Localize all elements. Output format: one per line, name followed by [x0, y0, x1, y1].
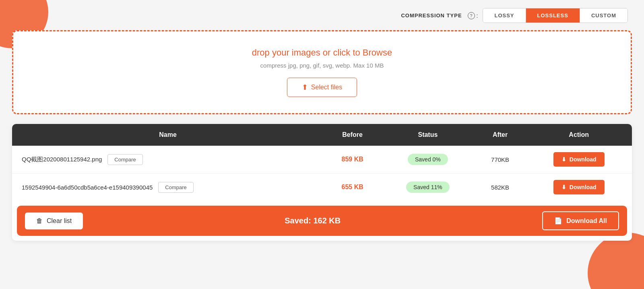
before-size-1: 859 KB — [324, 146, 381, 173]
col-before: Before — [324, 124, 381, 146]
download-all-label: Download All — [566, 217, 607, 225]
table-header-row: Name Before Status After Action — [12, 124, 632, 146]
select-files-label: Select files — [311, 84, 342, 91]
compression-row: COMPRESSION TYPE ? : LOSSY LOSSLESS CUST… — [12, 8, 632, 23]
upload-icon: ⬆ — [302, 83, 308, 92]
col-name: Name — [12, 124, 324, 146]
compression-colon: : — [477, 12, 478, 19]
compare-btn-1[interactable]: Compare — [107, 154, 142, 165]
file-name-2: 1592549904-6a6d50cdb5a6ce4-e159409390045 — [22, 184, 153, 191]
compression-btn-lossy[interactable]: LOSSY — [483, 8, 526, 23]
status-badge-1: Saved 0% — [408, 154, 448, 165]
download-icon-2: ⬇ — [561, 184, 566, 190]
deco-circle-bottom — [588, 233, 644, 289]
drop-zone-subtitle: compress jpg, png, gif, svg, webp. Max 1… — [21, 62, 623, 69]
col-action: Action — [526, 124, 632, 146]
file-name-cell-2: 1592549904-6a6d50cdb5a6ce4-e159409390045… — [12, 173, 324, 201]
compression-btn-lossless[interactable]: LOSSLESS — [526, 8, 580, 23]
file-name-cell-1: QQ截图20200801125942.png Compare — [12, 146, 324, 173]
download-btn-1[interactable]: ⬇ Download — [553, 152, 605, 167]
download-all-icon: 📄 — [554, 217, 562, 225]
compare-btn-2[interactable]: Compare — [158, 182, 193, 193]
col-after: After — [475, 124, 526, 146]
clear-list-button[interactable]: 🗑 Clear list — [25, 213, 83, 229]
files-table: Name Before Status After Action QQ截图2020… — [12, 124, 632, 201]
clear-list-label: Clear list — [47, 217, 72, 225]
table-and-footer: Name Before Status After Action QQ截图2020… — [12, 124, 632, 241]
download-all-button[interactable]: 📄 Download All — [542, 211, 619, 230]
before-size-2: 655 KB — [324, 173, 381, 201]
drop-zone-title: drop your images or click to Browse — [21, 47, 623, 58]
table-row: 1592549904-6a6d50cdb5a6ce4-e159409390045… — [12, 173, 632, 201]
compression-btn-custom[interactable]: CUSTOM — [580, 8, 627, 23]
saved-text: Saved: 162 KB — [285, 216, 341, 225]
download-btn-2[interactable]: ⬇ Download — [553, 180, 605, 194]
action-cell-2: ⬇ Download — [526, 173, 632, 201]
footer-bar: 🗑 Clear list Saved: 162 KB 📄 Download Al… — [17, 206, 627, 236]
after-size-2: 582KB — [475, 173, 526, 201]
drop-zone[interactable]: drop your images or click to Browse comp… — [12, 30, 632, 114]
trash-icon: 🗑 — [36, 217, 43, 225]
col-status: Status — [381, 124, 475, 146]
status-cell-2: Saved 11% — [381, 173, 475, 201]
download-icon-1: ⬇ — [561, 156, 566, 163]
action-cell-1: ⬇ Download — [526, 146, 632, 173]
help-icon[interactable]: ? — [468, 12, 475, 19]
file-name-1: QQ截图20200801125942.png — [22, 156, 102, 163]
after-size-1: 770KB — [475, 146, 526, 173]
status-cell-1: Saved 0% — [381, 146, 475, 173]
table-row: QQ截图20200801125942.png Compare 859 KB Sa… — [12, 146, 632, 173]
footer-wrapper: 🗑 Clear list Saved: 162 KB 📄 Download Al… — [12, 201, 632, 241]
select-files-button[interactable]: ⬆ Select files — [287, 78, 357, 97]
status-badge-2: Saved 11% — [406, 182, 450, 193]
compression-label: COMPRESSION TYPE — [401, 12, 462, 19]
compression-type-selector: LOSSY LOSSLESS CUSTOM — [483, 8, 628, 23]
main-container: COMPRESSION TYPE ? : LOSSY LOSSLESS CUST… — [12, 8, 632, 241]
